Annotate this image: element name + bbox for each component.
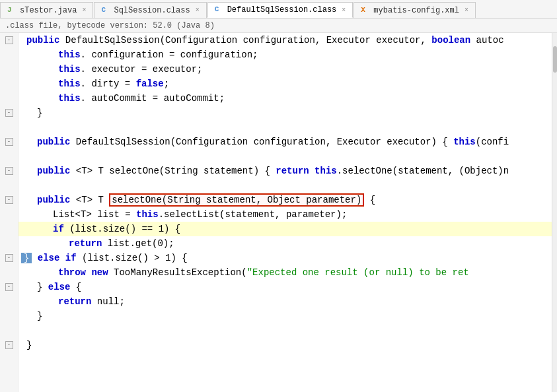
code-line-blank1: [19, 120, 552, 135]
gutter-3: [0, 62, 18, 77]
code-line-19: return null;: [19, 294, 552, 309]
code-line-1: public DefaultSqlSession(Configuration c…: [19, 33, 552, 48]
gutter: - - - - - - - -: [0, 33, 19, 392]
gutter-12: [0, 323, 18, 338]
code-line-blank4: [19, 323, 552, 338]
fold-1[interactable]: -: [0, 33, 18, 48]
fold-7[interactable]: -: [0, 280, 18, 294]
tab-label: mybatis-config.xml: [373, 6, 459, 15]
scroll-thumb[interactable]: [553, 46, 557, 73]
tab-bar: J sTestor.java × C SqlSession.class × C …: [0, 0, 557, 18]
fold-6[interactable]: -: [0, 251, 18, 265]
tab-defaultsqlsession[interactable]: C DefaultSqlSession.class ×: [207, 2, 353, 18]
info-text: .class file, bytecode version: 52.0 (Jav…: [5, 21, 215, 30]
tab-label: sTestor.java: [20, 6, 77, 15]
tab-label: DefaultSqlSession.class: [227, 5, 337, 15]
fold-2[interactable]: -: [0, 106, 18, 120]
code-line-13: List<T> list = this.selectList(statement…: [19, 207, 552, 222]
code-line-14: if (list.size() == 1) {: [19, 222, 552, 236]
code-line-2: this. configuration = configuration;: [19, 48, 552, 62]
tab-mybatis[interactable]: X mybatis-config.xml ×: [353, 2, 476, 18]
fold-3[interactable]: -: [0, 135, 18, 149]
code-line-20: }: [19, 309, 552, 323]
code-content[interactable]: public DefaultSqlSession(Configuration c…: [19, 33, 552, 392]
code-line-10: public <T> T selectOne(String statement)…: [19, 164, 552, 178]
gutter-5: [0, 91, 18, 106]
fold-4[interactable]: -: [0, 164, 18, 178]
gutter-blank2: [0, 149, 18, 164]
code-line-5: this. autoCommit = autoCommit;: [19, 91, 552, 106]
code-line-16: } else if (list.size() > 1) {: [19, 251, 552, 265]
code-line-8: public DefaultSqlSession(Configuration c…: [19, 135, 552, 149]
code-line-22: }: [19, 338, 552, 352]
code-line-4: this. dirty = false;: [19, 77, 552, 91]
gutter-11: [0, 309, 18, 323]
code-line-15: return list.get(0);: [19, 236, 552, 251]
tab-testor[interactable]: J sTestor.java ×: [0, 2, 93, 18]
gutter-blank3: [0, 178, 18, 193]
tab-sqlsession[interactable]: C SqlSession.class ×: [94, 2, 206, 18]
gutter-10: [0, 294, 18, 309]
java-icon: J: [7, 6, 17, 15]
code-line-blank2: [19, 149, 552, 164]
fold-5[interactable]: -: [0, 193, 18, 207]
ide-window: J sTestor.java × C SqlSession.class × C …: [0, 0, 557, 392]
tab-label: SqlSession.class: [114, 6, 190, 15]
xml-icon: X: [361, 6, 370, 15]
gutter-2: [0, 48, 18, 62]
code-line-3: this. executor = executor;: [19, 62, 552, 77]
gutter-8: [0, 236, 18, 251]
code-line-17: throw new TooManyResultsException("Expec…: [19, 265, 552, 280]
gutter-7: [0, 222, 18, 236]
class-icon: C: [215, 5, 224, 15]
code-line-12: public <T> T selectOne(String statement,…: [19, 193, 552, 207]
close-icon[interactable]: ×: [196, 7, 200, 14]
code-line-blank3: [19, 178, 552, 193]
close-icon[interactable]: ×: [464, 7, 468, 14]
gutter-6: [0, 207, 18, 222]
gutter-9: [0, 265, 18, 280]
code-line-6: }: [19, 106, 552, 120]
class-icon: C: [101, 6, 110, 15]
close-icon[interactable]: ×: [342, 7, 346, 14]
info-bar: .class file, bytecode version: 52.0 (Jav…: [0, 18, 557, 33]
gutter-blank1: [0, 120, 18, 135]
code-line-18: } else {: [19, 280, 552, 294]
fold-8[interactable]: -: [0, 338, 18, 352]
code-area: - - - - - - - - publi: [0, 33, 557, 392]
gutter-4: [0, 77, 18, 91]
scrollbar[interactable]: [552, 33, 557, 392]
close-icon[interactable]: ×: [82, 7, 86, 14]
